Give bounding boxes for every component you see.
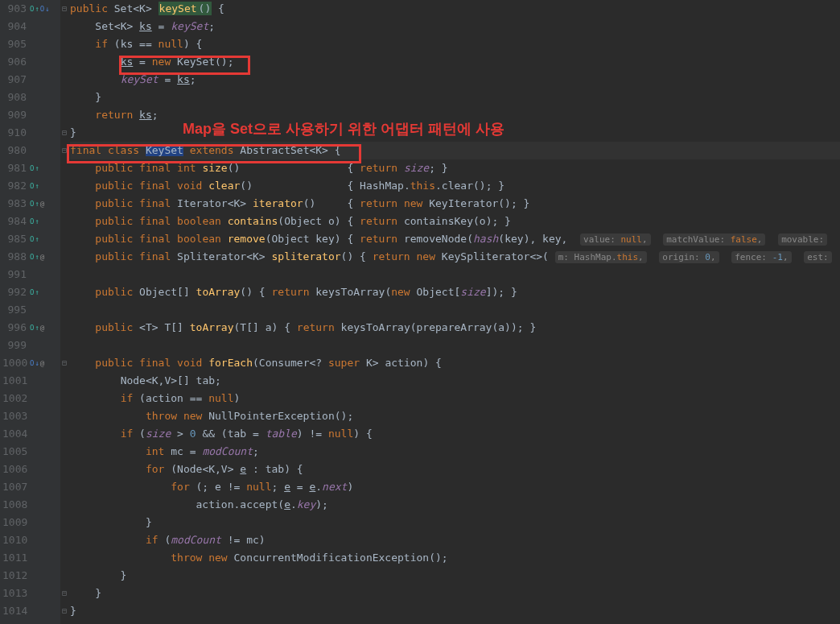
- gutter-line[interactable]: 1012: [0, 567, 60, 585]
- implement-arrow-icon[interactable]: ↓: [45, 0, 49, 18]
- override-icon[interactable]: O: [30, 248, 34, 266]
- fold-icon[interactable]: ⊟: [62, 354, 67, 372]
- code-line[interactable]: public final Iterator<K> iterator() { re…: [70, 195, 840, 213]
- code-line-highlighted[interactable]: ⊟final class KeySet extends AbstractSet<…: [70, 142, 840, 159]
- override-icon[interactable]: O: [30, 230, 34, 248]
- gutter-line[interactable]: 981O↑: [0, 159, 60, 177]
- implement-icon[interactable]: O: [40, 0, 44, 18]
- override-arrow-icon[interactable]: ↑: [35, 230, 39, 248]
- gutter-line[interactable]: 906: [0, 53, 60, 71]
- gutter-line[interactable]: 996O↑@: [0, 319, 60, 337]
- code-line[interactable]: if (modCount != mc): [70, 531, 840, 549]
- gutter-line[interactable]: 909: [0, 106, 60, 124]
- gutter-line[interactable]: 984O↑: [0, 213, 60, 230]
- gutter-line[interactable]: 1000O↓@: [0, 354, 60, 372]
- annotation-icon[interactable]: @: [40, 319, 44, 337]
- override-arrow-icon[interactable]: ↑: [35, 195, 39, 213]
- override-arrow-icon[interactable]: ↑: [35, 177, 39, 195]
- code-line[interactable]: }: [70, 89, 840, 106]
- gutter-line[interactable]: 1007: [0, 478, 60, 496]
- code-line[interactable]: ⊟ public final void forEach(Consumer<? s…: [70, 354, 840, 372]
- override-icon[interactable]: O: [30, 159, 34, 177]
- code-line[interactable]: ⊟public Set<K> keySet() {: [70, 0, 840, 18]
- gutter-line[interactable]: 1004: [0, 425, 60, 443]
- code-line[interactable]: for (Node<K,V> e : tab) {: [70, 461, 840, 478]
- gutter-line[interactable]: 995: [0, 301, 60, 319]
- gutter-line[interactable]: 904: [0, 18, 60, 35]
- fold-icon[interactable]: ⊟: [62, 0, 67, 18]
- override-arrow-icon[interactable]: ↑: [35, 319, 39, 337]
- gutter-line[interactable]: 999: [0, 337, 60, 354]
- override-icon[interactable]: O: [30, 319, 34, 337]
- gutter-line[interactable]: 1010: [0, 531, 60, 549]
- fold-end-icon[interactable]: ⊟: [62, 585, 67, 602]
- code-line[interactable]: if (size > 0 && (tab = table) != null) {: [70, 425, 840, 443]
- gutter-line[interactable]: 985O↑: [0, 230, 60, 248]
- fold-icon[interactable]: ⊟: [62, 142, 67, 159]
- code-area[interactable]: ⊟public Set<K> keySet() { Set<K> ks = ke…: [60, 0, 840, 624]
- code-line[interactable]: throw new ConcurrentModificationExceptio…: [70, 549, 840, 567]
- code-line[interactable]: int mc = modCount;: [70, 443, 840, 461]
- gutter-line[interactable]: 1014: [0, 602, 60, 620]
- fold-end-icon[interactable]: ⊟: [62, 602, 67, 620]
- code-line[interactable]: for (; e != null; e = e.next): [70, 478, 840, 496]
- override-icon[interactable]: O: [30, 0, 34, 18]
- gutter-line[interactable]: 1011: [0, 549, 60, 567]
- gutter-line[interactable]: 910: [0, 124, 60, 142]
- code-line[interactable]: keySet = ks;: [70, 71, 840, 89]
- code-line[interactable]: public final boolean remove(Object key) …: [70, 230, 840, 248]
- gutter-line[interactable]: 983O↑@: [0, 195, 60, 213]
- gutter-line[interactable]: 1008: [0, 496, 60, 514]
- override-arrow-icon[interactable]: ↑: [35, 0, 39, 18]
- code-line[interactable]: [70, 301, 840, 319]
- annotation-icon[interactable]: @: [40, 248, 44, 266]
- annotation-icon[interactable]: @: [40, 354, 44, 372]
- code-line[interactable]: public final Spliterator<K> spliterator(…: [70, 248, 840, 266]
- override-icon[interactable]: O: [30, 177, 34, 195]
- code-line[interactable]: public final void clear() { HashMap.this…: [70, 177, 840, 195]
- override-arrow-icon[interactable]: ↑: [35, 159, 39, 177]
- code-line[interactable]: [70, 266, 840, 283]
- gutter-line[interactable]: 1003: [0, 407, 60, 425]
- override-arrow-icon[interactable]: ↑: [35, 248, 39, 266]
- override-icon[interactable]: O: [30, 283, 34, 301]
- gutter-line[interactable]: 903O↑O↓: [0, 0, 60, 18]
- gutter-line[interactable]: 1002: [0, 390, 60, 407]
- gutter-line[interactable]: 905: [0, 35, 60, 53]
- implement-arrow-icon[interactable]: ↓: [35, 354, 39, 372]
- code-line[interactable]: public <T> T[] toArray(T[] a) { return k…: [70, 319, 840, 337]
- code-line[interactable]: }: [70, 567, 840, 585]
- override-arrow-icon[interactable]: ↑: [35, 213, 39, 230]
- code-line[interactable]: public final int size() { return size; }: [70, 159, 840, 177]
- code-line[interactable]: public Object[] toArray() { return keysT…: [70, 283, 840, 301]
- code-line[interactable]: if (action == null): [70, 390, 840, 407]
- override-icon[interactable]: O: [30, 213, 34, 230]
- gutter-line[interactable]: 991: [0, 266, 60, 283]
- gutter-line[interactable]: 907: [0, 71, 60, 89]
- gutter-line[interactable]: 908: [0, 89, 60, 106]
- code-line[interactable]: Set<K> ks = keySet;: [70, 18, 840, 35]
- gutter-line[interactable]: 1001: [0, 372, 60, 390]
- implement-icon[interactable]: O: [30, 354, 34, 372]
- code-line[interactable]: if (ks == null) {: [70, 35, 840, 53]
- gutter-line[interactable]: 1009: [0, 514, 60, 531]
- code-line[interactable]: ks = new KeySet();: [70, 53, 840, 71]
- gutter-line[interactable]: 1006: [0, 461, 60, 478]
- gutter-line[interactable]: 1005: [0, 443, 60, 461]
- code-line[interactable]: public final boolean contains(Object o) …: [70, 213, 840, 230]
- gutter-line[interactable]: 988O↑@: [0, 248, 60, 266]
- override-icon[interactable]: O: [30, 195, 34, 213]
- code-line[interactable]: }: [70, 514, 840, 531]
- code-line[interactable]: action.accept(e.key);: [70, 496, 840, 514]
- code-line[interactable]: throw new NullPointerException();: [70, 407, 840, 425]
- code-line[interactable]: [70, 337, 840, 354]
- gutter-line[interactable]: 980: [0, 142, 60, 159]
- gutter-line[interactable]: 992O↑: [0, 283, 60, 301]
- annotation-icon[interactable]: @: [40, 195, 44, 213]
- gutter-line[interactable]: 982O↑: [0, 177, 60, 195]
- code-line[interactable]: Node<K,V>[] tab;: [70, 372, 840, 390]
- code-line[interactable]: ⊟ }: [70, 585, 840, 602]
- code-line[interactable]: ⊟}: [70, 602, 840, 620]
- fold-end-icon[interactable]: ⊟: [62, 124, 67, 142]
- override-arrow-icon[interactable]: ↑: [35, 283, 39, 301]
